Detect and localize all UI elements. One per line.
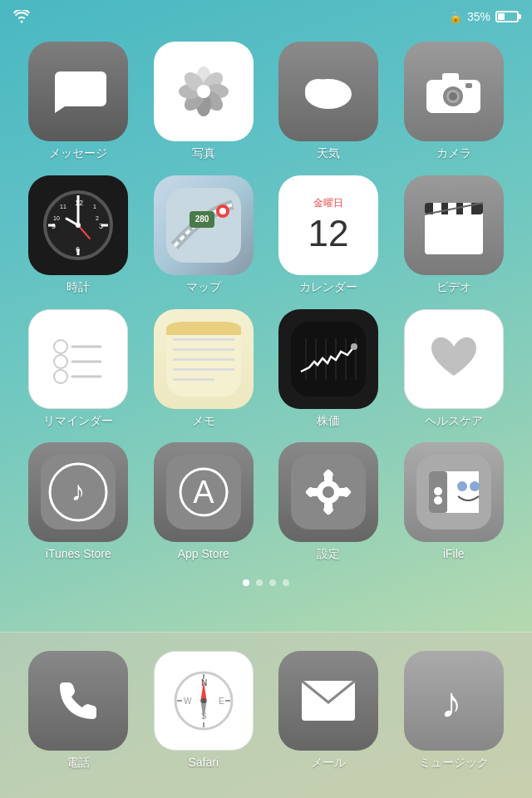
svg-rect-13: [442, 73, 459, 81]
dock-mail[interactable]: メール: [270, 651, 387, 771]
dot-4[interactable]: [283, 579, 289, 586]
app-itunes[interactable]: ♪ iTunes Store: [20, 442, 137, 561]
svg-text:♪: ♪: [441, 678, 462, 727]
svg-text:W: W: [184, 697, 192, 706]
svg-point-111: [201, 698, 206, 703]
svg-point-98: [457, 481, 467, 491]
dot-3[interactable]: [269, 579, 276, 586]
page-dots: [17, 579, 515, 586]
dock-music[interactable]: ♪ ミュージック: [396, 651, 513, 771]
settings-label: 設定: [317, 547, 340, 561]
svg-point-16: [449, 92, 457, 101]
svg-point-34: [76, 223, 81, 228]
mail-label: メール: [311, 756, 346, 771]
svg-text:♪: ♪: [71, 475, 86, 506]
reminders-label: リマインダー: [43, 414, 113, 428]
app-messages[interactable]: メッセージ: [20, 42, 137, 160]
dock: 電話 N S E W: [0, 632, 532, 798]
svg-point-11: [327, 82, 350, 102]
battery-icon: [495, 11, 519, 22]
wifi-icon: [13, 10, 30, 23]
app-calendar[interactable]: 金曜日 12 カレンダー: [270, 175, 387, 294]
status-right: 🔒 35%: [449, 10, 519, 23]
app-photos[interactable]: 写真: [145, 42, 263, 160]
app-settings[interactable]: 設定: [270, 442, 387, 561]
app-notes[interactable]: メモ: [145, 309, 263, 428]
svg-text:3: 3: [99, 222, 103, 230]
svg-point-8: [197, 85, 210, 98]
svg-point-96: [434, 487, 442, 495]
svg-point-83: [323, 486, 334, 498]
svg-text:9: 9: [52, 222, 56, 230]
svg-point-99: [470, 481, 480, 491]
stocks-label: 株価: [317, 414, 340, 428]
maps-label: マップ: [186, 280, 221, 294]
svg-rect-17: [466, 83, 472, 88]
app-ifile[interactable]: iFile: [396, 442, 513, 561]
svg-rect-45: [425, 211, 483, 254]
videos-label: ビデオ: [436, 280, 471, 294]
battery-percent: 35%: [467, 10, 490, 23]
notes-label: メモ: [192, 414, 215, 428]
dock-phone[interactable]: 電話: [20, 651, 137, 771]
app-clock[interactable]: 12 3 6 9 1 11 10 2 時計: [20, 175, 137, 294]
photos-label: 写真: [192, 146, 215, 160]
app-videos[interactable]: ビデオ: [396, 175, 513, 294]
app-maps[interactable]: 280 マップ: [145, 175, 263, 294]
svg-text:11: 11: [60, 204, 66, 209]
svg-text:6: 6: [76, 245, 80, 254]
ifile-label: iFile: [443, 547, 465, 561]
svg-rect-95: [447, 471, 479, 513]
health-label: ヘルスケア: [425, 414, 483, 428]
svg-rect-62: [173, 368, 234, 371]
svg-rect-60: [173, 348, 234, 351]
svg-rect-66: [291, 322, 366, 397]
clock-label: 時計: [66, 280, 90, 294]
svg-text:12: 12: [308, 213, 349, 254]
weather-label: 天気: [317, 146, 340, 160]
svg-rect-65: [166, 328, 241, 335]
svg-rect-51: [41, 322, 116, 397]
svg-text:E: E: [219, 697, 224, 706]
home-screen: メッセージ: [0, 33, 532, 586]
app-reminders[interactable]: リマインダー: [20, 309, 137, 428]
svg-text:1: 1: [93, 204, 96, 209]
svg-rect-63: [173, 378, 214, 381]
safari-label: Safari: [188, 756, 219, 769]
app-weather[interactable]: 天気: [270, 42, 387, 160]
dot-2[interactable]: [256, 579, 263, 586]
dock-safari[interactable]: N S E W Safari: [145, 651, 263, 771]
status-bar: 🔒 35%: [0, 0, 532, 33]
dock-icons: 電話 N S E W: [0, 633, 532, 777]
svg-text:10: 10: [53, 215, 60, 221]
app-grid: メッセージ: [17, 42, 515, 561]
svg-point-39: [219, 208, 226, 214]
svg-text:A: A: [193, 475, 214, 510]
svg-point-73: [351, 343, 357, 350]
app-health[interactable]: ヘルスケア: [396, 309, 513, 428]
itunes-label: iTunes Store: [46, 547, 111, 561]
svg-text:280: 280: [195, 214, 209, 224]
app-stocks[interactable]: 株価: [270, 309, 387, 428]
app-camera[interactable]: カメラ: [396, 42, 513, 160]
messages-label: メッセージ: [49, 146, 107, 160]
app-appstore[interactable]: A App Store: [145, 442, 263, 561]
svg-text:2: 2: [96, 215, 99, 221]
status-left: [13, 10, 30, 23]
appstore-label: App Store: [178, 547, 229, 561]
svg-rect-59: [173, 338, 234, 341]
lock-icon: 🔒: [449, 11, 462, 23]
dot-1[interactable]: [243, 579, 249, 586]
camera-label: カメラ: [436, 146, 471, 160]
music-label: ミュージック: [419, 756, 489, 771]
calendar-label: カレンダー: [299, 280, 357, 294]
svg-text:金曜日: 金曜日: [313, 197, 343, 209]
svg-rect-61: [173, 358, 234, 361]
svg-point-97: [434, 496, 442, 505]
phone-label: 電話: [66, 756, 90, 771]
